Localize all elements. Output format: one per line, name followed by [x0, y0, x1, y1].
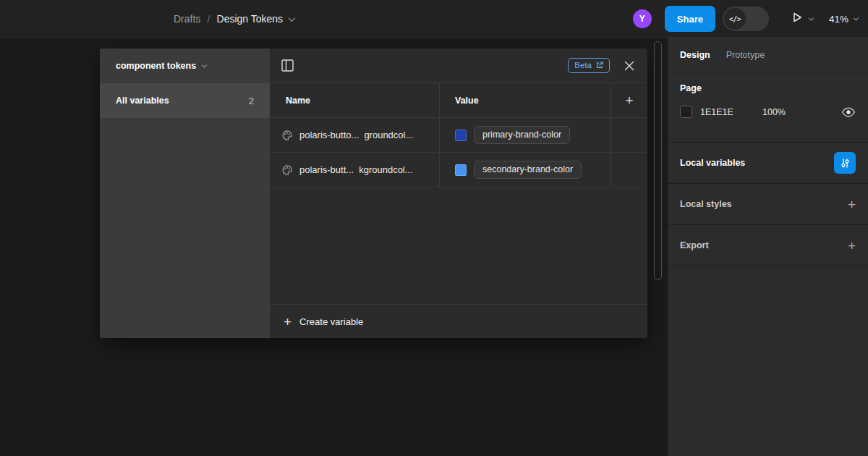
row-extra-cell: [611, 118, 647, 152]
variable-count: 2: [249, 96, 254, 106]
inspector-tabs: Design Prototype: [668, 38, 868, 72]
page-section-title: Page: [680, 83, 856, 93]
open-variables-button[interactable]: [834, 152, 856, 174]
tab-prototype[interactable]: Prototype: [726, 50, 765, 60]
variable-name-cell[interactable]: polaris-butto...groundcol...: [270, 118, 440, 152]
chevron-down-icon: [202, 62, 207, 67]
breadcrumb: Drafts / Design Tokens: [174, 0, 294, 38]
local-styles-section: Local styles +: [668, 184, 868, 225]
variables-modal: component tokens All variables 2 Beta: [100, 48, 647, 338]
variable-name-start: polaris-butto...: [299, 130, 359, 140]
breadcrumb-drafts[interactable]: Drafts: [174, 13, 200, 25]
zoom-menu[interactable]: 41%: [829, 14, 858, 25]
toolbar-right-cluster: Y Share </> 41%: [633, 0, 858, 38]
avatar[interactable]: Y: [633, 9, 652, 28]
page-color-row: 1E1E1E 100%: [680, 106, 856, 118]
export-label: Export: [680, 240, 709, 250]
plus-icon: +: [284, 315, 292, 329]
beta-badge[interactable]: Beta: [568, 58, 610, 73]
file-title[interactable]: Design Tokens: [217, 13, 284, 25]
page-opacity-field[interactable]: 100%: [762, 107, 841, 117]
zoom-level: 41%: [829, 14, 848, 25]
tab-design[interactable]: Design: [680, 50, 710, 60]
chevron-down-icon: [854, 15, 859, 20]
color-swatch[interactable]: [455, 164, 467, 176]
external-link-icon: [596, 62, 603, 69]
local-variables-label: Local variables: [680, 158, 745, 168]
code-icon: </>: [724, 8, 746, 30]
page-color-swatch[interactable]: [680, 106, 692, 118]
palette-icon: [281, 164, 293, 176]
create-variable-button[interactable]: + Create variable: [270, 304, 647, 338]
color-swatch[interactable]: [455, 130, 467, 141]
canvas[interactable]: component tokens All variables 2 Beta: [0, 38, 667, 456]
page-color-hex-field[interactable]: 1E1E1E: [700, 107, 762, 117]
share-button[interactable]: Share: [665, 6, 715, 32]
value-alias-pill[interactable]: primary-brand-color: [474, 126, 570, 144]
breadcrumb-separator: /: [207, 13, 210, 25]
variable-name-end: kgroundcol...: [359, 164, 412, 175]
sidebar-item-label: All variables: [116, 96, 169, 106]
table-row[interactable]: polaris-butt...kgroundcol... secondary-b…: [270, 153, 647, 187]
sidebar-item-all-variables[interactable]: All variables 2: [100, 83, 270, 118]
variable-name-start: polaris-butt...: [299, 164, 354, 175]
variables-table-panel: Beta Name Value +: [270, 48, 647, 338]
table-header: Name Value +: [270, 83, 647, 118]
beta-label: Beta: [574, 61, 592, 69]
variables-sidebar: component tokens All variables 2: [100, 48, 270, 338]
close-icon[interactable]: [624, 61, 634, 71]
play-icon: [791, 11, 804, 27]
variable-name-end: groundcol...: [364, 130, 413, 140]
collection-name: component tokens: [116, 61, 196, 71]
visibility-eye-icon[interactable]: [841, 107, 856, 117]
present-button[interactable]: [791, 11, 813, 27]
collection-selector[interactable]: component tokens: [100, 48, 270, 83]
toggle-sidebar-icon[interactable]: [281, 59, 294, 72]
variables-toolbar: Beta: [270, 48, 647, 83]
table-row[interactable]: polaris-butto...groundcol... primary-bra…: [270, 118, 647, 153]
dev-mode-toggle[interactable]: </>: [723, 7, 769, 31]
export-section: Export +: [668, 225, 868, 266]
local-variables-section: Local variables: [668, 143, 868, 184]
chevron-down-icon: [809, 15, 814, 20]
add-style-button[interactable]: +: [848, 198, 856, 211]
chevron-down-icon[interactable]: [289, 14, 296, 22]
variable-name-cell[interactable]: polaris-butt...kgroundcol...: [270, 153, 440, 187]
variable-value-cell[interactable]: primary-brand-color: [440, 118, 611, 152]
value-alias-pill[interactable]: secondary-brand-color: [474, 161, 582, 179]
add-mode-button[interactable]: +: [625, 93, 633, 107]
inspector-panel: Design Prototype Page 1E1E1E 100% Local …: [667, 38, 868, 456]
table-empty-area: [270, 187, 647, 304]
toolbar: Drafts / Design Tokens Y Share </> 41%: [0, 0, 868, 38]
add-export-button[interactable]: +: [848, 239, 856, 253]
add-mode-cell: +: [611, 83, 647, 117]
local-styles-label: Local styles: [680, 199, 732, 209]
sliders-icon: [840, 158, 851, 169]
variable-value-cell[interactable]: secondary-brand-color: [440, 153, 611, 187]
column-header-name: Name: [270, 83, 440, 117]
palette-icon: [281, 130, 293, 141]
page-section: Page 1E1E1E 100%: [668, 72, 868, 143]
create-variable-label: Create variable: [299, 316, 363, 327]
canvas-scrollbar[interactable]: [654, 41, 662, 280]
column-header-value: Value: [440, 83, 611, 117]
row-extra-cell: [611, 153, 647, 187]
